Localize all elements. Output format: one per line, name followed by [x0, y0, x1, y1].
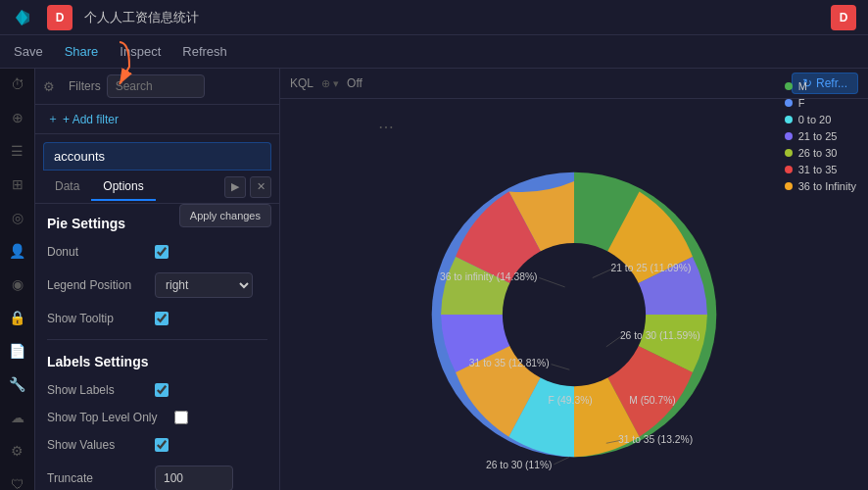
plus-icon: ＋: [47, 111, 59, 127]
nav-icon-time[interactable]: ⏱: [8, 76, 27, 92]
truncate-input[interactable]: [155, 466, 233, 490]
refresh-button[interactable]: Refresh: [180, 40, 229, 63]
show-tooltip-checkbox[interactable]: [155, 312, 169, 325]
svg-text:31 to 35 (13.2%): 31 to 35 (13.2%): [618, 434, 693, 445]
panel-close-button[interactable]: ✕: [250, 176, 271, 198]
chart-area: KQL ⊕ ▾ Off ↻ Refr...: [280, 69, 868, 490]
svg-text:F (49.3%): F (49.3%): [549, 395, 593, 406]
nav-icon-cloud[interactable]: ☁: [8, 410, 27, 425]
legend-dot-m: [785, 82, 793, 90]
legend-label-21-25: 21 to 25: [798, 130, 838, 142]
legend-dot-26-30: [785, 149, 793, 157]
panel-play-button[interactable]: ▶: [224, 176, 246, 198]
main-content: ⏱ ⊕ ☰ ⊞ ◎ 👤 ◉ 🔒 📄 🔧 ☁ ⚙ 🛡 ⚙ Filters ＋ + …: [0, 69, 868, 490]
svg-text:36 to infinity (14.38%): 36 to infinity (14.38%): [440, 271, 538, 282]
panel-content: Pie Settings Donut Legend Position right…: [35, 204, 279, 490]
top-bar: D 个人人工资信息统计 D: [0, 0, 868, 35]
legend-item-m: M: [785, 80, 856, 92]
labels-settings-title: Labels Settings: [47, 354, 267, 369]
svg-text:26 to 30 (11%): 26 to 30 (11%): [486, 460, 553, 470]
filters-label: Filters: [69, 79, 101, 93]
legend-dot-21-25: [785, 132, 793, 140]
inspect-button[interactable]: Inspect: [118, 40, 163, 63]
show-top-level-row: Show Top Level Only: [47, 411, 267, 424]
legend-label-36-inf: 36 to Infinity: [798, 180, 856, 192]
legend-item-21-25: 21 to 25: [785, 130, 856, 142]
panel-header-text: accounts: [54, 149, 105, 164]
legend-label-31-35: 31 to 35: [798, 164, 838, 175]
apply-changes-popup: Apply changes: [179, 204, 271, 227]
legend-item-0-20: 0 to 20: [785, 114, 856, 125]
section-divider: [47, 339, 267, 340]
search-input[interactable]: [107, 74, 205, 98]
svg-text:26 to 30 (11.59%): 26 to 30 (11.59%): [620, 330, 700, 341]
nav-icon-shield[interactable]: 🛡: [8, 476, 27, 490]
legend-dot-0-20: [785, 116, 793, 123]
nav-icon-dot[interactable]: ◉: [8, 276, 27, 292]
chart-more-button[interactable]: ⋯: [378, 118, 394, 136]
show-values-label: Show Values: [47, 438, 145, 452]
svg-line-14: [554, 457, 569, 465]
legend-label-26-30: 26 to 30: [798, 147, 838, 159]
share-button[interactable]: Share: [63, 40, 101, 63]
options-toggle[interactable]: ⊕ ▾: [321, 77, 339, 90]
app-logo: [12, 6, 35, 29]
nav-icon-circle[interactable]: ◎: [8, 210, 27, 225]
settings-gear-icon[interactable]: ⚙: [43, 79, 55, 94]
legend-label-0-20: 0 to 20: [798, 114, 832, 125]
nav-icon-doc[interactable]: 📄: [8, 343, 27, 359]
nav-icon-add[interactable]: ⊕: [8, 110, 27, 125]
tab-options[interactable]: Options: [91, 173, 155, 201]
toolbar: Save Share Inspect Refresh: [0, 35, 868, 69]
show-labels-checkbox[interactable]: [155, 383, 169, 397]
left-nav: ⏱ ⊕ ☰ ⊞ ◎ 👤 ◉ 🔒 📄 🔧 ☁ ⚙ 🛡: [0, 69, 35, 490]
truncate-label: Truncate: [47, 471, 145, 485]
tab-data[interactable]: Data: [43, 173, 91, 201]
show-labels-row: Show Labels: [47, 383, 267, 397]
legend-label-m: M: [798, 80, 807, 92]
save-button[interactable]: Save: [12, 40, 45, 63]
kql-button[interactable]: KQL: [290, 76, 313, 90]
svg-text:M (50.7%): M (50.7%): [629, 395, 676, 406]
brand-avatar: D: [47, 5, 72, 30]
show-tooltip-label: Show Tooltip: [47, 312, 145, 325]
show-tooltip-row: Show Tooltip: [47, 312, 267, 325]
chart-legend: M F 0 to 20 21 to 25 26 to 30 31 to 35: [785, 80, 856, 192]
truncate-row: Truncate: [47, 466, 267, 490]
show-values-row: Show Values: [47, 438, 267, 452]
panel-tabs: Data Options ▶ ✕ Apply changes: [35, 171, 279, 204]
legend-position-label: Legend Position: [47, 278, 145, 292]
show-labels-label: Show Labels: [47, 383, 145, 397]
nav-icon-lock[interactable]: 🔒: [8, 310, 27, 325]
legend-position-select[interactable]: right left bottom top: [155, 272, 253, 298]
svg-text:21 to 25 (11.09%): 21 to 25 (11.09%): [611, 263, 692, 273]
nav-icon-gear[interactable]: ⚙: [8, 443, 27, 459]
legend-dot-36-inf: [785, 182, 793, 190]
legend-item-36-inf: 36 to Infinity: [785, 180, 856, 192]
legend-label-f: F: [798, 97, 805, 109]
add-filter-bar: ＋ + Add filter: [35, 105, 279, 134]
legend-item-31-35: 31 to 35: [785, 164, 856, 175]
show-top-level-label: Show Top Level Only: [47, 411, 165, 424]
donut-row: Donut: [47, 245, 267, 259]
donut-checkbox[interactable]: [155, 245, 169, 259]
side-panel: ⚙ Filters ＋ + Add filter accounts Data O…: [35, 69, 280, 490]
nav-icon-user[interactable]: 👤: [8, 243, 27, 259]
legend-position-row: Legend Position right left bottom top: [47, 272, 267, 298]
legend-item-f: F: [785, 97, 856, 109]
show-top-level-checkbox[interactable]: [174, 411, 188, 424]
nav-icon-tool[interactable]: 🔧: [8, 376, 27, 392]
show-values-checkbox[interactable]: [155, 438, 169, 452]
donut-label: Donut: [47, 245, 145, 259]
nav-icon-grid[interactable]: ⊞: [8, 176, 27, 192]
add-filter-button[interactable]: ＋ + Add filter: [47, 111, 267, 127]
user-avatar[interactable]: D: [831, 5, 856, 30]
nav-icon-list[interactable]: ☰: [8, 143, 27, 159]
legend-dot-f: [785, 99, 793, 107]
svg-text:31 to 35 (12.81%): 31 to 35 (12.81%): [469, 358, 550, 368]
page-title: 个人人工资信息统计: [84, 9, 819, 26]
donut-chart: 36 to infinity (14.38%) 31 to 35 (12.81%…: [280, 104, 868, 490]
legend-dot-31-35: [785, 166, 793, 173]
panel-header: accounts: [43, 142, 271, 171]
off-label: Off: [347, 76, 362, 90]
